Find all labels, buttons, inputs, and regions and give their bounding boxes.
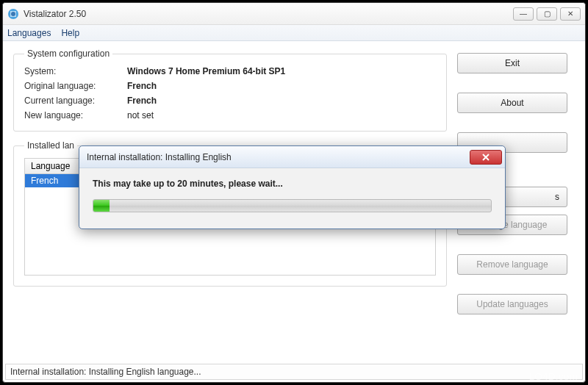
- dialog-close-button[interactable]: [470, 150, 502, 165]
- installed-legend: Installed lan: [24, 140, 77, 151]
- dialog-message: This may take up to 20 minutes, please w…: [93, 179, 492, 189]
- update-languages-button[interactable]: Update languages: [457, 294, 567, 314]
- about-button[interactable]: About: [457, 93, 567, 113]
- value-system: Windows 7 Home Premium 64-bit SP1: [127, 66, 436, 76]
- exit-button[interactable]: Exit: [457, 53, 567, 73]
- label-current-language: Current language:: [24, 96, 127, 106]
- menubar: Languages Help: [3, 25, 585, 41]
- dialog-title: Internal installation: Installing Englis…: [87, 152, 470, 162]
- remove-language-button[interactable]: Remove language: [457, 254, 567, 275]
- status-bar: Internal installation: Installing Englis…: [5, 364, 583, 380]
- installation-dialog: Internal installation: Installing Englis…: [79, 145, 506, 229]
- status-text: Internal installation: Installing Englis…: [10, 367, 201, 377]
- close-button[interactable]: ✕: [560, 7, 581, 21]
- system-configuration-group: System configuration System: Windows 7 H…: [13, 48, 447, 132]
- window-controls: — ▢ ✕: [513, 7, 581, 21]
- progress-bar: [93, 199, 492, 212]
- minimize-button[interactable]: —: [513, 7, 534, 21]
- value-original-language: French: [127, 81, 436, 91]
- watermark: LO4D.com: [529, 371, 578, 382]
- app-icon: [7, 8, 19, 20]
- close-icon: [482, 154, 490, 161]
- value-current-language: French: [127, 96, 436, 106]
- dialog-titlebar: Internal installation: Installing Englis…: [79, 146, 505, 168]
- titlebar: Vistalizator 2.50 — ▢ ✕: [3, 3, 585, 25]
- progress-fill: [93, 200, 110, 212]
- sysconfig-legend: System configuration: [24, 48, 112, 59]
- window-title: Vistalizator 2.50: [24, 9, 513, 19]
- svg-point-1: [11, 12, 15, 16]
- menu-languages[interactable]: Languages: [7, 28, 51, 38]
- label-new-language: New language:: [24, 110, 127, 120]
- maximize-button[interactable]: ▢: [537, 7, 557, 21]
- value-new-language: not set: [127, 110, 436, 120]
- label-original-language: Original language:: [24, 81, 127, 91]
- menu-help[interactable]: Help: [61, 28, 79, 38]
- label-system: System:: [24, 66, 127, 76]
- dialog-body: This may take up to 20 minutes, please w…: [79, 168, 505, 229]
